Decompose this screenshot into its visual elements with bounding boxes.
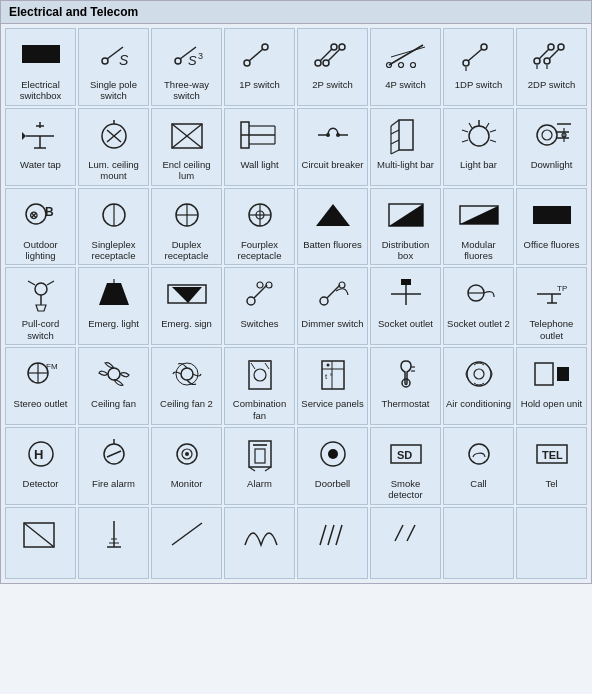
cell-combination-fan[interactable]: Combination fan: [224, 347, 295, 425]
cell-multi-light-bar[interactable]: Multi-light bar: [370, 108, 441, 186]
cell-distribution-box[interactable]: Distribution box: [370, 188, 441, 266]
svg-rect-141: [557, 367, 569, 381]
cell-1p-switch[interactable]: 1P switch: [224, 28, 295, 106]
svg-line-23: [468, 49, 482, 61]
cell-tel[interactable]: TEL Tel: [516, 427, 587, 505]
svg-point-126: [254, 369, 266, 381]
svg-text:FM: FM: [46, 362, 58, 371]
svg-text:S: S: [119, 52, 129, 68]
cell-detector[interactable]: H Detector: [5, 427, 76, 505]
cell-pull-cord-switch[interactable]: Pull-cord switch: [5, 267, 76, 345]
cell-row7-2[interactable]: [78, 507, 149, 579]
cell-row7-4[interactable]: [224, 507, 295, 579]
svg-line-68: [462, 140, 468, 142]
cell-smoke-detector[interactable]: SD Smoke detector: [370, 427, 441, 505]
cell-emerg-light[interactable]: Emerg. light: [78, 267, 149, 345]
svg-marker-90: [389, 204, 423, 226]
cell-thermostat[interactable]: Thermostat: [370, 347, 441, 425]
svg-line-145: [107, 451, 121, 457]
svg-point-102: [247, 297, 255, 305]
svg-point-149: [185, 452, 189, 456]
svg-point-156: [328, 449, 338, 459]
cell-row7-6[interactable]: [370, 507, 441, 579]
svg-line-21: [391, 47, 425, 57]
cell-electrical-switchbox[interactable]: Electrical switchbox: [5, 28, 76, 106]
svg-text:TP: TP: [557, 284, 567, 293]
svg-point-135: [402, 379, 410, 387]
cell-downlight[interactable]: Downlight: [516, 108, 587, 186]
cell-hold-open-unit[interactable]: Hold open unit: [516, 347, 587, 425]
cell-singleplex-receptacle[interactable]: Singleplex receptacle: [78, 188, 149, 266]
svg-point-19: [398, 63, 403, 68]
svg-point-16: [339, 44, 345, 50]
cell-wall-light[interactable]: Wall light: [224, 108, 295, 186]
cell-lum-ceiling-mount[interactable]: Lum. ceiling mount: [78, 108, 149, 186]
svg-text:TEL: TEL: [542, 449, 563, 461]
cell-duplex-receptacle[interactable]: Duplex receptacle: [151, 188, 222, 266]
cell-stereo-outlet[interactable]: FM Stereo outlet: [5, 347, 76, 425]
svg-point-138: [467, 362, 491, 386]
svg-point-54: [336, 133, 340, 137]
cell-circuit-breaker[interactable]: Circuit breaker: [297, 108, 368, 186]
svg-point-53: [326, 133, 330, 137]
svg-rect-140: [535, 363, 553, 385]
svg-line-103: [254, 285, 267, 298]
svg-line-97: [47, 281, 54, 285]
cell-water-tap[interactable]: Water tap: [5, 108, 76, 186]
cell-2p-switch[interactable]: 2P switch: [297, 28, 368, 106]
cell-outdoor-lighting[interactable]: ⊗ B Outdoor lighting: [5, 188, 76, 266]
svg-text:t °: t °: [325, 372, 333, 381]
svg-line-163: [24, 523, 54, 547]
cell-socket-outlet[interactable]: Socket outlet: [370, 267, 441, 345]
cell-1dp-switch[interactable]: 1DP switch: [443, 28, 514, 106]
svg-point-10: [262, 44, 268, 50]
svg-point-106: [320, 297, 328, 305]
title-bar: Electrical and Telecom: [1, 1, 591, 24]
cell-row7-5[interactable]: [297, 507, 368, 579]
svg-line-129: [265, 363, 269, 369]
cell-row7-3[interactable]: [151, 507, 222, 579]
cell-three-way-switch[interactable]: S 3 Three-way switch: [151, 28, 222, 106]
cell-row7-1[interactable]: [5, 507, 76, 579]
svg-line-168: [172, 523, 202, 545]
cell-emerg-sign[interactable]: Emerg. sign: [151, 267, 222, 345]
cell-office-fluores[interactable]: Office fluores: [516, 188, 587, 266]
cell-modular-fluores[interactable]: Modular fluores: [443, 188, 514, 266]
svg-line-58: [391, 140, 399, 144]
cell-socket-outlet-2[interactable]: Socket outlet 2: [443, 267, 514, 345]
svg-line-67: [490, 140, 496, 142]
cell-batten-fluores[interactable]: Batten fluores: [297, 188, 368, 266]
svg-line-65: [462, 130, 468, 132]
cell-doorbell[interactable]: Doorbell: [297, 427, 368, 505]
cell-switches[interactable]: Switches: [224, 267, 295, 345]
cell-ceiling-fan[interactable]: Ceiling fan: [78, 347, 149, 425]
cell-dimmer-switch[interactable]: Dimmer switch: [297, 267, 368, 345]
cell-light-bar[interactable]: Light bar: [443, 108, 514, 186]
cell-single-pole-switch[interactable]: S Single pole switch: [78, 28, 149, 106]
svg-point-133: [326, 364, 329, 367]
cell-4p-switch[interactable]: 4P switch: [370, 28, 441, 106]
svg-marker-88: [316, 204, 350, 226]
svg-line-63: [469, 123, 472, 128]
cell-service-panels[interactable]: t ° Service panels: [297, 347, 368, 425]
window-title: Electrical and Telecom: [9, 5, 138, 19]
cell-encl-ceiling-lum[interactable]: Encl ceiling lum: [151, 108, 222, 186]
svg-line-9: [249, 49, 263, 61]
cell-fire-alarm[interactable]: Fire alarm: [78, 427, 149, 505]
cell-telephone-outlet[interactable]: TP Telephone outlet: [516, 267, 587, 345]
svg-line-66: [490, 130, 496, 132]
svg-text:⊗: ⊗: [29, 209, 38, 221]
cell-call[interactable]: Call: [443, 427, 514, 505]
svg-point-20: [410, 63, 415, 68]
svg-marker-92: [460, 206, 498, 224]
cell-alarm[interactable]: Alarm: [224, 427, 295, 505]
cell-air-conditioning[interactable]: Air conditioning: [443, 347, 514, 425]
svg-point-69: [537, 125, 557, 145]
svg-text:S: S: [188, 53, 197, 68]
cell-2dp-switch[interactable]: 2DP switch: [516, 28, 587, 106]
svg-line-57: [391, 130, 399, 134]
cell-ceiling-fan-2[interactable]: Ceiling fan 2: [151, 347, 222, 425]
cell-monitor[interactable]: Monitor: [151, 427, 222, 505]
cell-row7-7: [443, 507, 514, 579]
cell-fourplex-receptacle[interactable]: Fourplex receptacle: [224, 188, 295, 266]
